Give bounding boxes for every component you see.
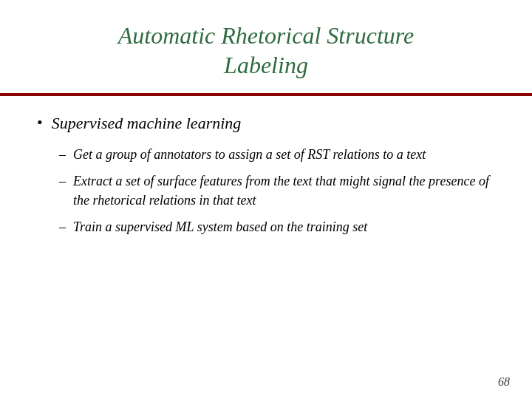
title-area: Automatic Rhetorical Structure Labeling (0, 0, 532, 87)
sub-bullet-text-2: Extract a set of surface features from t… (73, 171, 495, 210)
main-bullet: • Supervised machine learning (37, 112, 495, 134)
dash-3: – (59, 217, 66, 236)
slide-title: Automatic Rhetorical Structure Labeling (30, 21, 502, 80)
main-bullet-text: Supervised machine learning (52, 112, 242, 134)
bullet-symbol: • (37, 112, 43, 134)
content-area: • Supervised machine learning – Get a gr… (0, 96, 532, 399)
slide: Automatic Rhetorical Structure Labeling … (0, 0, 532, 399)
page-number: 68 (498, 375, 510, 389)
sub-bullet-3: – Train a supervised ML system based on … (59, 217, 495, 236)
dash-1: – (59, 145, 66, 164)
sub-bullet-text-1: Get a group of annotators to assign a se… (73, 145, 426, 164)
sub-bullet-text-3: Train a supervised ML system based on th… (73, 217, 367, 236)
dash-2: – (59, 171, 66, 191)
title-line1: Automatic Rhetorical Structure (118, 22, 415, 49)
title-line2: Labeling (224, 52, 308, 78)
sub-bullet-1: – Get a group of annotators to assign a … (59, 145, 495, 164)
sub-bullet-2: – Extract a set of surface features from… (59, 171, 495, 210)
sub-bullets-list: – Get a group of annotators to assign a … (59, 145, 495, 236)
